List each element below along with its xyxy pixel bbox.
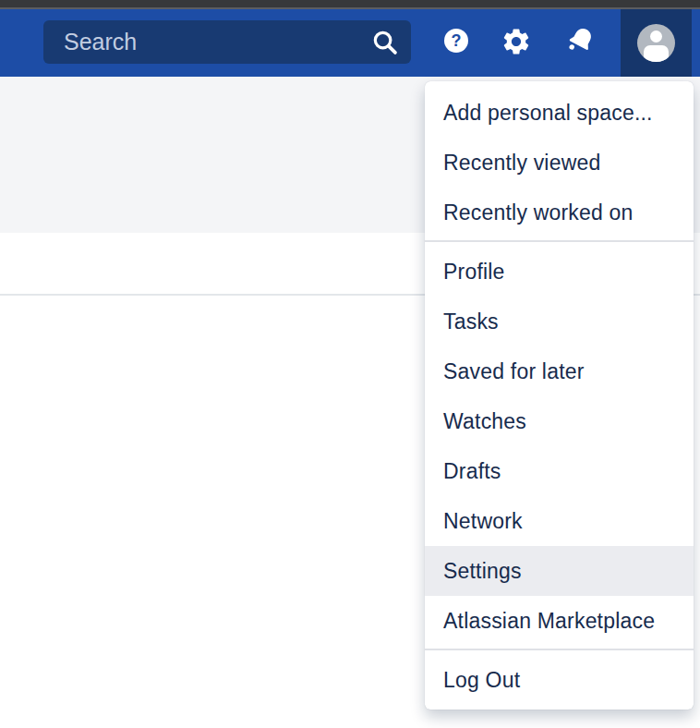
screen: ? Add personal space... Recently viewed …: [0, 0, 700, 728]
menu-item-add-personal-space[interactable]: Add personal space...: [425, 88, 694, 138]
bell-icon: [560, 19, 602, 62]
gear-button[interactable]: [501, 26, 532, 57]
window-top-strip: [0, 0, 700, 9]
search-box[interactable]: [43, 20, 411, 64]
menu-item-log-out[interactable]: Log Out: [425, 655, 694, 705]
menu-section-personal: Profile Tasks Saved for later Watches Dr…: [425, 242, 694, 649]
menu-item-recently-viewed[interactable]: Recently viewed: [425, 138, 694, 188]
person-icon: [650, 30, 662, 42]
avatar: [637, 24, 675, 62]
menu-item-tasks[interactable]: Tasks: [425, 297, 694, 346]
app-navbar: ?: [0, 9, 700, 77]
search-input[interactable]: [43, 20, 370, 64]
menu-item-network[interactable]: Network: [425, 496, 694, 546]
help-icon[interactable]: ?: [444, 29, 468, 53]
menu-item-settings[interactable]: Settings: [425, 546, 694, 596]
menu-section-spaces: Add personal space... Recently viewed Re…: [425, 81, 694, 240]
menu-item-atlassian-marketplace[interactable]: Atlassian Marketplace: [425, 596, 694, 646]
notifications-button[interactable]: [560, 19, 602, 62]
menu-item-recently-worked-on[interactable]: Recently worked on: [425, 188, 694, 237]
user-avatar-button[interactable]: [621, 9, 692, 77]
menu-item-saved-for-later[interactable]: Saved for later: [425, 346, 694, 396]
menu-item-drafts[interactable]: Drafts: [425, 446, 694, 496]
person-icon-body: [644, 45, 669, 62]
menu-section-session: Log Out: [425, 650, 694, 710]
gear-icon: [501, 26, 532, 57]
search-icon[interactable]: [370, 28, 400, 57]
user-dropdown-menu: Add personal space... Recently viewed Re…: [425, 81, 694, 710]
menu-item-profile[interactable]: Profile: [425, 247, 694, 297]
menu-item-watches[interactable]: Watches: [425, 396, 694, 446]
